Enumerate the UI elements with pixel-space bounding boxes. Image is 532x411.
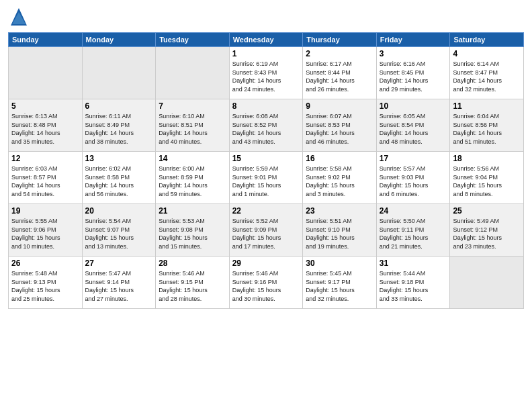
day-number: 14: [159, 154, 226, 163]
day-info: Sunrise: 5:50 AM Sunset: 9:11 PM Dayligh…: [380, 217, 447, 250]
weekday-header: Tuesday: [156, 33, 230, 47]
day-number: 26: [11, 259, 79, 268]
calendar-cell: 28Sunrise: 5:46 AM Sunset: 9:15 PM Dayli…: [156, 257, 230, 309]
weekday-header: Sunday: [9, 33, 83, 47]
calendar-cell: 27Sunrise: 5:47 AM Sunset: 9:14 PM Dayli…: [82, 257, 156, 309]
logo: [8, 7, 28, 28]
day-number: 17: [380, 154, 447, 163]
day-info: Sunrise: 5:44 AM Sunset: 9:18 PM Dayligh…: [380, 269, 447, 303]
calendar-cell: 7Sunrise: 6:10 AM Sunset: 8:51 PM Daylig…: [156, 99, 230, 152]
calendar-cell: 24Sunrise: 5:50 AM Sunset: 9:11 PM Dayli…: [376, 204, 450, 257]
day-number: 13: [85, 154, 153, 163]
day-info: Sunrise: 6:19 AM Sunset: 8:43 PM Dayligh…: [232, 60, 300, 93]
day-number: 15: [232, 154, 300, 163]
calendar-cell: 18Sunrise: 5:56 AM Sunset: 9:04 PM Dayli…: [450, 152, 524, 204]
day-number: 5: [11, 101, 79, 111]
calendar-cell: 2Sunrise: 6:17 AM Sunset: 8:44 PM Daylig…: [303, 47, 377, 99]
day-number: 27: [85, 259, 153, 268]
day-info: Sunrise: 5:46 AM Sunset: 9:16 PM Dayligh…: [232, 269, 300, 303]
calendar-cell: 6Sunrise: 6:11 AM Sunset: 8:49 PM Daylig…: [82, 99, 156, 152]
calendar-cell: 16Sunrise: 5:58 AM Sunset: 9:02 PM Dayli…: [303, 152, 377, 204]
calendar-cell: 10Sunrise: 6:05 AM Sunset: 8:54 PM Dayli…: [376, 99, 450, 152]
day-info: Sunrise: 5:59 AM Sunset: 9:01 PM Dayligh…: [232, 165, 300, 198]
day-number: 21: [159, 206, 226, 216]
day-number: 30: [306, 259, 373, 268]
day-info: Sunrise: 5:53 AM Sunset: 9:08 PM Dayligh…: [159, 217, 226, 250]
day-info: Sunrise: 6:08 AM Sunset: 8:52 PM Dayligh…: [232, 112, 300, 146]
day-info: Sunrise: 5:55 AM Sunset: 9:06 PM Dayligh…: [11, 217, 79, 250]
day-number: 24: [380, 206, 447, 216]
day-number: 6: [85, 101, 153, 111]
day-number: 16: [306, 154, 373, 163]
calendar-cell: 11Sunrise: 6:04 AM Sunset: 8:56 PM Dayli…: [450, 99, 524, 152]
calendar-cell: 13Sunrise: 6:02 AM Sunset: 8:58 PM Dayli…: [82, 152, 156, 204]
day-number: 3: [380, 49, 447, 58]
calendar-cell: 26Sunrise: 5:48 AM Sunset: 9:13 PM Dayli…: [9, 257, 83, 309]
day-number: 7: [159, 101, 226, 111]
day-info: Sunrise: 5:48 AM Sunset: 9:13 PM Dayligh…: [11, 269, 79, 303]
calendar-cell: 9Sunrise: 6:07 AM Sunset: 8:53 PM Daylig…: [303, 99, 377, 152]
weekday-header: Wednesday: [229, 33, 303, 47]
day-info: Sunrise: 6:17 AM Sunset: 8:44 PM Dayligh…: [306, 60, 373, 93]
weekday-header: Thursday: [303, 33, 377, 47]
calendar-cell: 1Sunrise: 6:19 AM Sunset: 8:43 PM Daylig…: [229, 47, 303, 99]
calendar-cell: [9, 47, 83, 99]
calendar-cell: 22Sunrise: 5:52 AM Sunset: 9:09 PM Dayli…: [229, 204, 303, 257]
day-info: Sunrise: 6:05 AM Sunset: 8:54 PM Dayligh…: [380, 112, 447, 146]
day-number: 29: [232, 259, 300, 268]
calendar-cell: 12Sunrise: 6:03 AM Sunset: 8:57 PM Dayli…: [9, 152, 83, 204]
day-info: Sunrise: 5:52 AM Sunset: 9:09 PM Dayligh…: [232, 217, 300, 250]
page: SundayMondayTuesdayWednesdayThursdayFrid…: [0, 0, 532, 411]
day-number: 25: [453, 206, 521, 216]
calendar-cell: 3Sunrise: 6:16 AM Sunset: 8:45 PM Daylig…: [376, 47, 450, 99]
day-number: 11: [453, 101, 521, 111]
weekday-header: Friday: [376, 33, 450, 47]
day-number: 22: [232, 206, 300, 216]
day-info: Sunrise: 6:11 AM Sunset: 8:49 PM Dayligh…: [85, 112, 153, 146]
logo-icon: [9, 7, 28, 28]
calendar-cell: 20Sunrise: 5:54 AM Sunset: 9:07 PM Dayli…: [82, 204, 156, 257]
calendar-cell: 8Sunrise: 6:08 AM Sunset: 8:52 PM Daylig…: [229, 99, 303, 152]
day-number: 31: [380, 259, 447, 268]
day-info: Sunrise: 5:51 AM Sunset: 9:10 PM Dayligh…: [306, 217, 373, 250]
day-info: Sunrise: 6:13 AM Sunset: 8:48 PM Dayligh…: [11, 112, 79, 146]
day-number: 4: [453, 49, 521, 58]
day-number: 12: [11, 154, 79, 163]
day-number: 1: [232, 49, 300, 58]
day-number: 20: [85, 206, 153, 216]
weekday-header: Monday: [82, 33, 156, 47]
calendar-cell: 21Sunrise: 5:53 AM Sunset: 9:08 PM Dayli…: [156, 204, 230, 257]
day-info: Sunrise: 5:58 AM Sunset: 9:02 PM Dayligh…: [306, 165, 373, 198]
day-info: Sunrise: 6:03 AM Sunset: 8:57 PM Dayligh…: [11, 165, 79, 198]
day-info: Sunrise: 6:04 AM Sunset: 8:56 PM Dayligh…: [453, 112, 521, 146]
day-info: Sunrise: 5:54 AM Sunset: 9:07 PM Dayligh…: [85, 217, 153, 250]
calendar-cell: [450, 257, 524, 309]
day-number: 28: [159, 259, 226, 268]
day-info: Sunrise: 5:57 AM Sunset: 9:03 PM Dayligh…: [380, 165, 447, 198]
day-number: 2: [306, 49, 373, 58]
day-info: Sunrise: 6:07 AM Sunset: 8:53 PM Dayligh…: [306, 112, 373, 146]
calendar-cell: [156, 47, 230, 99]
calendar-cell: 4Sunrise: 6:14 AM Sunset: 8:47 PM Daylig…: [450, 47, 524, 99]
header: [8, 7, 524, 28]
day-number: 8: [232, 101, 300, 111]
day-number: 18: [453, 154, 521, 163]
calendar-cell: [82, 47, 156, 99]
day-info: Sunrise: 5:56 AM Sunset: 9:04 PM Dayligh…: [453, 165, 521, 198]
day-info: Sunrise: 6:14 AM Sunset: 8:47 PM Dayligh…: [453, 60, 521, 93]
calendar-cell: 19Sunrise: 5:55 AM Sunset: 9:06 PM Dayli…: [9, 204, 83, 257]
calendar-cell: 14Sunrise: 6:00 AM Sunset: 8:59 PM Dayli…: [156, 152, 230, 204]
day-info: Sunrise: 5:45 AM Sunset: 9:17 PM Dayligh…: [306, 269, 373, 303]
calendar-cell: 30Sunrise: 5:45 AM Sunset: 9:17 PM Dayli…: [303, 257, 377, 309]
day-info: Sunrise: 5:49 AM Sunset: 9:12 PM Dayligh…: [453, 217, 521, 250]
day-number: 9: [306, 101, 373, 111]
day-info: Sunrise: 6:16 AM Sunset: 8:45 PM Dayligh…: [380, 60, 447, 93]
day-number: 10: [380, 101, 447, 111]
day-info: Sunrise: 6:10 AM Sunset: 8:51 PM Dayligh…: [159, 112, 226, 146]
calendar-cell: 15Sunrise: 5:59 AM Sunset: 9:01 PM Dayli…: [229, 152, 303, 204]
calendar: SundayMondayTuesdayWednesdayThursdayFrid…: [8, 32, 524, 309]
weekday-header: Saturday: [450, 33, 524, 47]
day-info: Sunrise: 6:02 AM Sunset: 8:58 PM Dayligh…: [85, 165, 153, 198]
calendar-cell: 5Sunrise: 6:13 AM Sunset: 8:48 PM Daylig…: [9, 99, 83, 152]
svg-marker-1: [12, 12, 26, 24]
